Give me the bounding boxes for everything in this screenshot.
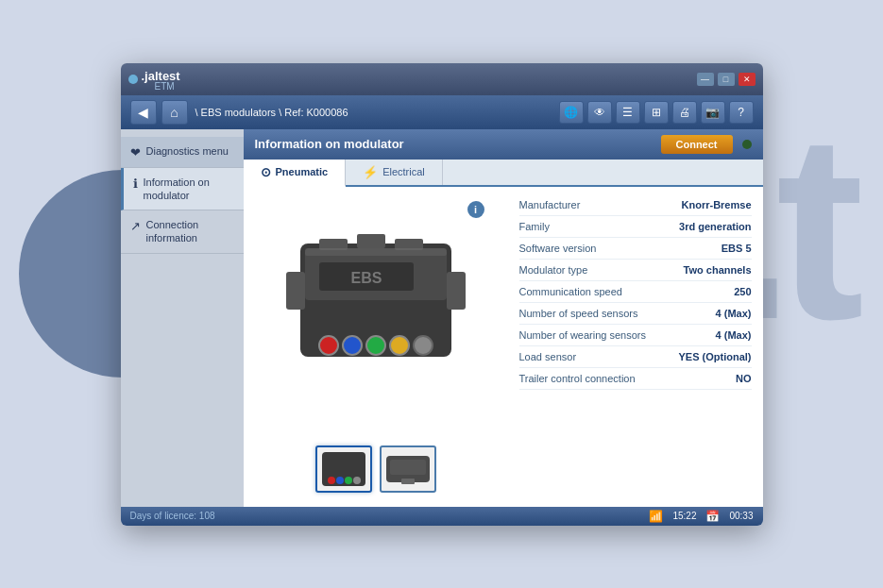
svg-rect-12 <box>447 272 466 310</box>
info-label-0: Manufacturer <box>519 199 657 210</box>
info-row-6: Number of wearing sensors 4 (Max) <box>519 325 752 346</box>
info-value-5: 4 (Max) <box>657 308 752 319</box>
info-label-3: Modulator type <box>519 264 657 276</box>
thumbnails-row <box>315 441 436 497</box>
panel-body: i EBS <box>244 187 763 507</box>
licence-text: Days of licence: 108 <box>130 511 215 521</box>
globe-icon-button[interactable]: 🌐 <box>559 101 584 124</box>
info-row-5: Number of speed sensors 4 (Max) <box>519 303 752 325</box>
logo-text: .jaltest ETM <box>142 67 180 92</box>
tab-pneumatic[interactable]: ⊙ Pneumatic <box>244 160 347 187</box>
svg-point-17 <box>336 477 344 484</box>
info-label-4: Communication speed <box>519 286 657 297</box>
svg-rect-22 <box>401 479 415 484</box>
sidebar: ❤ Diagnostics menu ℹ Information on modu… <box>121 129 244 507</box>
main-panel: Information on modulator Connect ⊙ Pneum… <box>244 129 763 507</box>
panel-header: Information on modulator Connect <box>244 129 763 160</box>
title-bar: .jaltest ETM — □ ✕ <box>121 63 763 95</box>
info-value-7: YES (Optional) <box>657 351 752 362</box>
svg-rect-14 <box>305 248 447 256</box>
info-value-8: NO <box>657 373 752 384</box>
help-icon-button[interactable]: ? <box>729 101 754 124</box>
header-right: Connect <box>661 135 752 154</box>
info-table: Manufacturer Knorr-Bremse Family 3rd gen… <box>508 187 763 507</box>
info-row-2: Software version EBS 5 <box>519 238 752 260</box>
info-icon: ℹ <box>133 176 138 191</box>
info-row-1: Family 3rd generation <box>519 216 752 238</box>
camera-icon-button[interactable]: 📷 <box>701 101 725 124</box>
svg-point-10 <box>390 336 409 355</box>
sidebar-connection-label: Connection information <box>146 218 234 245</box>
sidebar-information-label: Information on modulator <box>144 176 234 203</box>
info-value-4: 250 <box>657 286 752 297</box>
info-label-5: Number of speed sensors <box>519 308 657 319</box>
status-line2: 00:33 <box>729 511 753 521</box>
info-row-4: Communication speed 250 <box>519 281 752 303</box>
svg-point-9 <box>366 336 385 355</box>
app-logo: .jaltest ETM <box>128 67 180 92</box>
breadcrumb-path: \ EBS modulators \ Ref: K000086 <box>195 107 552 118</box>
image-area: i EBS <box>244 187 508 507</box>
info-row-8: Trailer control connection NO <box>519 368 752 390</box>
info-row-3: Modulator type Two channels <box>519 260 752 281</box>
image-info-icon: i <box>467 201 484 218</box>
svg-point-11 <box>414 336 433 355</box>
info-value-2: EBS 5 <box>657 243 752 254</box>
status-bar: Days of licence: 108 📶 15:22 📅 00:33 <box>121 507 763 526</box>
sidebar-item-connection[interactable]: ↗ Connection information <box>121 210 244 254</box>
svg-rect-21 <box>390 460 426 475</box>
home-button[interactable]: ⌂ <box>161 100 188 125</box>
print-icon-button[interactable]: 🖨 <box>672 101 697 124</box>
grid-icon-button[interactable]: ⊞ <box>644 101 669 124</box>
info-value-0: Knorr-Bremse <box>657 199 752 210</box>
info-label-7: Load sensor <box>519 351 657 362</box>
toolbar-icons: 🌐 👁 ☰ ⊞ 🖨 📷 ? <box>559 101 754 124</box>
connection-status-indicator <box>742 140 752 149</box>
svg-point-8 <box>343 336 362 355</box>
minimize-button[interactable]: — <box>697 73 714 86</box>
back-button[interactable]: ◀ <box>130 100 157 125</box>
sidebar-item-information[interactable]: ℹ Information on modulator <box>121 168 244 211</box>
wifi-icon: 📶 <box>649 510 663 523</box>
svg-point-18 <box>345 477 352 484</box>
calendar-icon: 📅 <box>705 510 720 523</box>
sidebar-item-diagnostics[interactable]: ❤ Diagnostics menu <box>121 137 244 168</box>
heart-icon: ❤ <box>130 145 141 160</box>
connect-button[interactable]: Connect <box>661 135 733 154</box>
info-label-1: Family <box>519 221 657 232</box>
thumb-svg-2 <box>382 448 433 490</box>
logo-dot <box>128 75 138 84</box>
thumbnail-2[interactable] <box>380 445 436 493</box>
info-label-8: Trailer control connection <box>519 373 657 384</box>
info-value-1: 3rd generation <box>657 221 752 232</box>
main-window: .jaltest ETM — □ ✕ ◀ ⌂ \ EBS modulators … <box>121 63 763 526</box>
content-area: ❤ Diagnostics menu ℹ Information on modu… <box>121 129 763 507</box>
close-button[interactable]: ✕ <box>739 73 756 86</box>
info-label-2: Software version <box>519 243 657 254</box>
toolbar: ◀ ⌂ \ EBS modulators \ Ref: K000086 🌐 👁 … <box>121 95 763 129</box>
svg-point-19 <box>353 477 361 484</box>
maximize-button[interactable]: □ <box>718 73 735 86</box>
sidebar-diagnostics-label: Diagnostics menu <box>146 144 229 158</box>
info-row-7: Load sensor YES (Optional) <box>519 346 752 368</box>
info-label-6: Number of wearing sensors <box>519 329 657 341</box>
tab-pneumatic-label: Pneumatic <box>276 166 329 177</box>
toolbar-nav: ◀ ⌂ <box>130 100 188 125</box>
view-icon-button[interactable]: 👁 <box>587 101 612 124</box>
electrical-icon: ⚡ <box>363 165 378 179</box>
svg-text:EBS: EBS <box>350 270 382 286</box>
connection-icon: ↗ <box>130 219 141 233</box>
thumbnail-1[interactable] <box>315 445 372 493</box>
tab-electrical-label: Electrical <box>382 166 425 177</box>
window-controls: — □ ✕ <box>697 73 756 86</box>
svg-rect-13 <box>286 272 305 310</box>
info-value-3: Two channels <box>657 264 752 276</box>
thumb-svg-1 <box>318 448 369 490</box>
list-icon-button[interactable]: ☰ <box>616 101 640 124</box>
tabs-row: ⊙ Pneumatic ⚡ Electrical <box>244 160 763 187</box>
info-value-6: 4 (Max) <box>657 329 752 341</box>
svg-point-16 <box>328 477 335 484</box>
modulator-svg: EBS <box>272 215 480 404</box>
panel-title: Information on modulator <box>255 137 404 151</box>
tab-electrical[interactable]: ⚡ Electrical <box>346 160 443 185</box>
